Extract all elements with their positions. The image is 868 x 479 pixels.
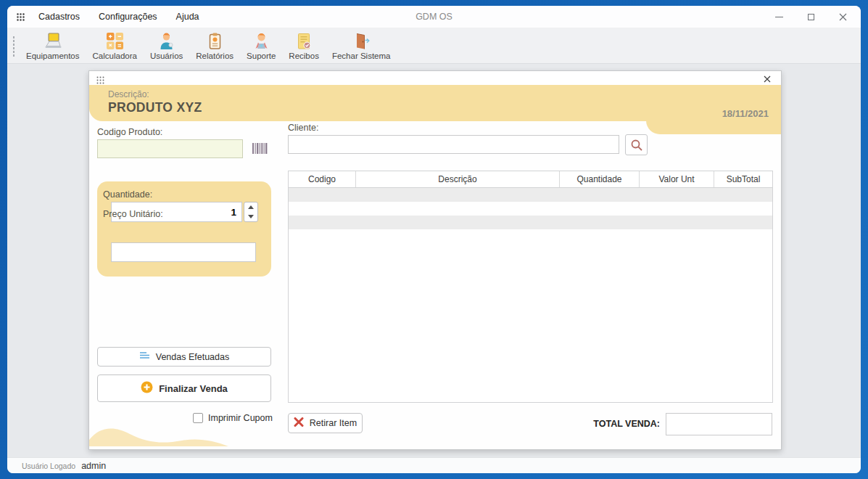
- search-icon: [630, 139, 643, 152]
- remove-item-button[interactable]: Retirar Item: [288, 413, 363, 433]
- report-icon: [206, 31, 224, 51]
- toolbar-relatorios[interactable]: Relatórios: [189, 28, 240, 63]
- col-quantidade: Quantidade: [560, 171, 640, 187]
- toolbar-equipamentos[interactable]: Equipamentos: [20, 28, 86, 63]
- plus-circle-icon: [141, 381, 153, 396]
- quantity-panel: Quantidade: Preço Unitário:: [97, 181, 271, 277]
- red-x-icon: [294, 417, 304, 429]
- toolbar-item-label: Calculadora: [93, 52, 137, 60]
- menu-bar: Cadastros Configurações Ajuda GDM OS: [7, 6, 861, 28]
- description-label: Descrição:: [108, 89, 149, 99]
- maximize-icon[interactable]: [806, 12, 816, 22]
- toolbar-drag-handle[interactable]: [12, 36, 15, 57]
- laptop-icon: [42, 31, 64, 51]
- application-window: Cadastros Configurações Ajuda GDM OS Equ…: [7, 6, 861, 473]
- toolbar-item-label: Fechar Sistema: [332, 52, 391, 60]
- print-receipt-checkbox[interactable]: [193, 413, 203, 423]
- sale-window-titlebar[interactable]: [89, 71, 781, 85]
- unit-price-label: Preço Unitário:: [103, 209, 277, 219]
- unit-price-input[interactable]: [111, 242, 256, 262]
- table-row[interactable]: [289, 216, 772, 229]
- product-code-input[interactable]: [97, 139, 243, 158]
- sales-made-button[interactable]: Vendas Efetuadas: [97, 347, 271, 367]
- toolbar-item-label: Relatórios: [196, 52, 233, 60]
- client-search-button[interactable]: [625, 134, 648, 155]
- print-receipt-option: Imprimir Cupom: [193, 413, 273, 423]
- toolbar-calculadora[interactable]: Calculadora: [86, 28, 144, 63]
- table-row[interactable]: [289, 202, 772, 216]
- items-table[interactable]: Codigo Descrição Quantidade Valor Unt Su…: [288, 171, 773, 403]
- table-row[interactable]: [289, 188, 772, 202]
- window-controls: [774, 6, 848, 28]
- menu-cadastros[interactable]: Cadastros: [38, 12, 80, 22]
- logged-user-label: Usuário Logado: [22, 462, 75, 470]
- decorative-wave: [89, 422, 228, 449]
- receipt-icon: [295, 31, 313, 51]
- client-label: Cliente:: [288, 123, 318, 133]
- toolbar-item-label: Equipamentos: [26, 52, 80, 60]
- finish-sale-label: Finalizar Venda: [159, 383, 228, 394]
- toolbar-item-label: Recibos: [289, 52, 319, 60]
- product-banner-extension: [646, 120, 781, 134]
- items-table-header: Codigo Descrição Quantidade Valor Unt Su…: [289, 171, 772, 188]
- toolbar-recibos[interactable]: Recibos: [282, 28, 326, 63]
- support-icon: [252, 31, 271, 51]
- toolbar-suporte[interactable]: Suporte: [240, 28, 282, 63]
- client-input[interactable]: [288, 135, 619, 154]
- toolbar-usuarios[interactable]: Usuários: [144, 28, 189, 63]
- col-valor-unt: Valor Unt: [640, 171, 714, 187]
- toolbar-item-label: Suporte: [247, 52, 276, 60]
- total-sale-label: TOTAL VENDA:: [561, 419, 660, 429]
- sale-window-close-icon[interactable]: [762, 74, 772, 83]
- quantity-label: Quantidade:: [103, 189, 277, 200]
- toolbar: Equipamentos Calculadora: [7, 28, 861, 64]
- menu-ajuda[interactable]: Ajuda: [176, 12, 199, 22]
- col-descricao: Descrição: [356, 171, 560, 187]
- toolbar-item-label: Usuários: [150, 52, 183, 60]
- product-name: PRODUTO XYZ: [108, 100, 202, 115]
- menu-configuracoes[interactable]: Configurações: [99, 12, 157, 22]
- print-receipt-label: Imprimir Cupom: [208, 413, 273, 423]
- minimize-icon[interactable]: [774, 12, 784, 22]
- user-icon: [157, 31, 175, 51]
- toolbar-fechar-sistema[interactable]: Fechar Sistema: [326, 28, 397, 63]
- col-codigo: Codigo: [289, 171, 356, 187]
- sale-date: 18/11/2021: [722, 108, 769, 119]
- barcode-icon: [252, 142, 269, 158]
- product-code-label: Codigo Produto:: [97, 127, 162, 137]
- remove-item-label: Retirar Item: [310, 418, 357, 428]
- door-icon: [352, 31, 371, 51]
- status-bar: Usuário Logado admin: [7, 457, 861, 473]
- close-icon[interactable]: [838, 12, 848, 22]
- app-grid-icon[interactable]: [16, 12, 25, 22]
- calculator-icon: [106, 31, 124, 51]
- total-sale-input[interactable]: [666, 413, 772, 435]
- sales-made-label: Vendas Efetuadas: [156, 352, 229, 362]
- col-subtotal: SubTotal: [714, 171, 772, 187]
- list-icon: [139, 351, 150, 362]
- sale-window: Descrição: PRODUTO XYZ 18/11/2021 Codigo…: [88, 70, 782, 450]
- logged-user-value: admin: [81, 461, 106, 471]
- finish-sale-button[interactable]: Finalizar Venda: [97, 374, 271, 402]
